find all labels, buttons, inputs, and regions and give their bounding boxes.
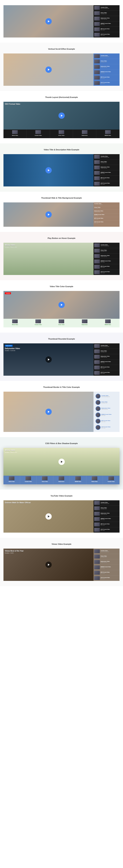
playlist-item[interactable]: Youtube VideoAbout something here <box>93 203 120 206</box>
playlist-item[interactable]: Vimeo VideoDescription text <box>93 506 120 511</box>
playlist-item[interactable]: Dailymotion VideoA little more here <box>93 511 120 517</box>
play-button[interactable] <box>45 562 52 568</box>
playlist-item[interactable]: Youtube VideoAbout something here <box>93 243 120 248</box>
playlist-item[interactable]: OGV Format VideoBrief notes <box>93 81 120 86</box>
playlist-item[interactable]: Dailymotion VideoA little more here <box>93 165 120 170</box>
playlist-item[interactable]: Vimeo Video <box>37 476 53 484</box>
play-button[interactable] <box>45 409 52 415</box>
main-video[interactable] <box>3 5 93 37</box>
playlist-item[interactable]: WEBM Video <box>96 129 120 138</box>
playlist-item[interactable]: OGV Format VideoBrief notes <box>93 181 120 186</box>
playlist-thumb <box>94 344 100 348</box>
playlist-item[interactable]: Vimeo VideoDescription text <box>93 206 120 210</box>
playlist-item[interactable]: WEBM Video <box>70 476 86 484</box>
playlist-item[interactable]: WEBM Format VideoBrief notes <box>93 259 120 264</box>
playlist-item[interactable]: Vimeo Video <box>50 129 73 138</box>
playlist-item[interactable]: Dailymotion VideoA little more here <box>95 406 118 412</box>
play-button[interactable] <box>45 18 52 25</box>
playlist-item[interactable]: Dailymotion VideoA little more here <box>93 559 120 565</box>
playlist-item[interactable]: Wistia Video <box>86 476 103 484</box>
main-video[interactable]: Eminem Walk On Water Official <box>3 500 93 533</box>
playlist-item[interactable]: Dailymotion <box>73 319 96 328</box>
play-button[interactable] <box>58 459 65 465</box>
playlist-item[interactable]: WEBM Format VideoBrief notes <box>93 360 120 365</box>
video-subtitle: Duration · 04:05 <box>5 552 13 554</box>
playlist-item[interactable]: MP4 Format VideoBrief notes <box>95 418 118 424</box>
playlist-item[interactable]: WEBM Video <box>96 319 120 328</box>
video-player: OGV Format Video Wistia VideoYoutube Vid… <box>3 102 120 138</box>
playlist-item[interactable]: OGV Format VideoBrief notes <box>93 527 120 533</box>
playlist-item[interactable]: OGV Format VideoBrief notes <box>93 221 120 224</box>
playlist-item[interactable]: WEBM Format VideoBrief notes <box>93 213 120 217</box>
playlist-item[interactable]: Vimeo VideoDescription text <box>95 399 118 406</box>
playlist-item[interactable]: OGV Format VideoBrief notes <box>93 370 120 376</box>
main-video[interactable] <box>3 54 93 86</box>
playlist-item-desc: Description text <box>101 251 119 252</box>
playlist-item[interactable]: Vimeo VideoDescription text <box>93 248 120 253</box>
play-button[interactable] <box>58 302 65 308</box>
playlist-item[interactable]: Youtube Video <box>27 319 50 328</box>
playlist-item[interactable]: WEBM Format VideoBrief notes <box>93 21 120 27</box>
playlist-item[interactable]: Youtube Video <box>20 476 37 484</box>
playlist-item[interactable]: Dailymotion VideoA little more here <box>93 64 120 70</box>
play-button[interactable] <box>45 66 52 73</box>
playlist-item[interactable]: Dailymotion VideoA little more here <box>93 253 120 259</box>
playlist-item[interactable]: Vimeo VideoDescription text <box>93 10 120 16</box>
playlist-item[interactable]: Youtube Video <box>27 129 50 138</box>
main-video[interactable] <box>3 203 93 227</box>
playlist-item[interactable]: MP4 Format VideoBrief notes <box>93 176 120 181</box>
playlist-item[interactable]: WEBM Format VideoBrief notes <box>93 517 120 522</box>
playlist-item[interactable]: MP4 Format VideoBrief notes <box>93 365 120 370</box>
play-button[interactable] <box>45 212 52 218</box>
playlist-item[interactable]: MP4 Format VideoBrief notes <box>93 522 120 527</box>
playlist-item[interactable]: WEBM Format VideoBrief notes <box>93 565 120 570</box>
playlist-item[interactable]: Vimeo Video <box>50 319 73 328</box>
playlist-item[interactable]: Vimeo VideoDescription text <box>93 349 120 354</box>
playlist-item[interactable]: Youtube VideoAbout something here <box>93 549 120 554</box>
playlist-item[interactable]: Youtube Video <box>103 476 120 484</box>
play-button[interactable] <box>45 167 52 174</box>
playlist-item[interactable]: Dailymotion <box>53 476 70 484</box>
main-video[interactable]: Wistia Video Duration · About 1 min <box>3 243 93 275</box>
playlist-item[interactable]: Youtube VideoAbout something here <box>93 500 120 506</box>
main-video[interactable]: Youtube <box>3 291 120 319</box>
playlist-item[interactable]: MP4 Format VideoBrief notes <box>93 75 120 81</box>
main-video[interactable]: OGV Format Video <box>3 102 120 129</box>
playlist-item[interactable]: MP4 Format VideoBrief notes <box>93 27 120 32</box>
playlist-item[interactable]: Wistia Video <box>3 129 27 138</box>
playlist-item[interactable]: Youtube VideoAbout something here <box>93 54 120 59</box>
playlist-item[interactable]: Youtube VideoAbout something here <box>95 393 118 399</box>
playlist-item[interactable]: Vimeo VideoDescription text <box>93 554 120 559</box>
playlist-item[interactable]: Vimeo VideoDescription text <box>93 59 120 64</box>
play-button[interactable] <box>58 113 65 119</box>
playlist-item[interactable]: MP4 Format VideoBrief notes <box>93 570 120 576</box>
playlist-item[interactable]: MP4 Format VideoBrief notes <box>93 217 120 221</box>
playlist-item[interactable]: Vimeo VideoDescription text <box>93 159 120 165</box>
play-button[interactable] <box>45 513 52 520</box>
playlist-item-desc: About something here <box>101 551 119 552</box>
playlist-item[interactable]: WEBM Format VideoBrief notes <box>93 70 120 75</box>
playlist-item[interactable]: Youtube VideoAbout something here <box>93 154 120 159</box>
play-button[interactable] <box>45 356 52 363</box>
playlist-item[interactable]: OGV Format VideoBrief notes <box>93 270 120 275</box>
playlist-item[interactable]: Dailymotion <box>73 129 96 138</box>
playlist-item[interactable]: OGV Format VideoBrief notes <box>93 32 120 37</box>
playlist-item[interactable]: WEBM Format VideoBrief notes <box>95 412 118 418</box>
playlist-item[interactable]: Dailymotion VideoA little more here <box>93 16 120 21</box>
playlist-item[interactable]: OGV Format VideoBrief notes <box>93 576 120 581</box>
playlist-item[interactable]: Wistia Video <box>3 476 20 484</box>
section-thumb-horizontal: Thumb Layout (Horizontal) Example OGV Fo… <box>0 91 123 144</box>
main-video[interactable]: Wistia Video Duration · About 1 min <box>3 448 120 476</box>
main-video[interactable]: Vimeo Best of the Year Duration · 04:05 <box>3 549 93 581</box>
playlist-item[interactable]: Dailymotion VideoA little more here <box>93 354 120 360</box>
playlist-item[interactable]: Dailymotion VideoA little more here <box>93 210 120 213</box>
playlist-item[interactable]: OGV Format VideoBrief notes <box>95 424 118 431</box>
playlist-item[interactable]: WEBM Format VideoBrief notes <box>93 170 120 176</box>
playlist-item[interactable]: Youtube VideoAbout something here <box>93 5 120 10</box>
playlist-item[interactable]: Youtube VideoAbout something here <box>93 343 120 349</box>
playlist-item[interactable]: Wistia Video <box>3 319 27 328</box>
playlist-item[interactable]: MP4 Format VideoBrief notes <box>93 264 120 270</box>
main-video[interactable]: dailymotion Dailymotion Video Duration ·… <box>3 343 93 376</box>
main-video[interactable] <box>3 154 93 186</box>
main-video[interactable] <box>3 392 93 432</box>
